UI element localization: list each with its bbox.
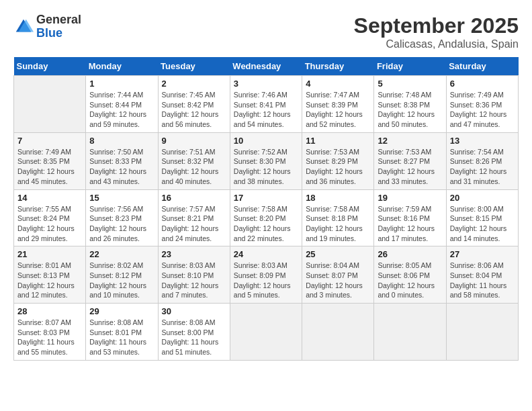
- day-cell: 17Sunrise: 7:58 AM Sunset: 8:20 PM Dayli…: [230, 189, 302, 246]
- day-number: 22: [89, 249, 154, 259]
- day-info: Sunrise: 8:07 AM Sunset: 8:03 PM Dayligh…: [17, 318, 82, 357]
- day-cell: [14, 76, 86, 133]
- day-number: 15: [89, 193, 154, 203]
- day-info: Sunrise: 7:47 AM Sunset: 8:39 PM Dayligh…: [306, 90, 370, 130]
- day-cell: [374, 304, 446, 361]
- day-number: 11: [306, 136, 370, 146]
- day-info: Sunrise: 7:45 AM Sunset: 8:42 PM Dayligh…: [162, 90, 226, 130]
- day-number: 26: [378, 249, 442, 259]
- day-number: 24: [234, 249, 298, 259]
- header-day-sunday: Sunday: [14, 57, 86, 76]
- calendar-body: 1Sunrise: 7:44 AM Sunset: 8:44 PM Daylig…: [14, 76, 519, 361]
- day-info: Sunrise: 7:44 AM Sunset: 8:44 PM Dayligh…: [89, 90, 154, 130]
- day-number: 16: [162, 193, 226, 203]
- day-cell: 23Sunrise: 8:03 AM Sunset: 8:10 PM Dayli…: [158, 246, 230, 304]
- day-cell: 11Sunrise: 7:53 AM Sunset: 8:29 PM Dayli…: [302, 132, 374, 189]
- day-cell: 25Sunrise: 8:04 AM Sunset: 8:07 PM Dayli…: [302, 246, 374, 304]
- day-info: Sunrise: 7:48 AM Sunset: 8:38 PM Dayligh…: [378, 90, 442, 130]
- day-cell: 28Sunrise: 8:07 AM Sunset: 8:03 PM Dayli…: [14, 304, 86, 361]
- day-cell: 2Sunrise: 7:45 AM Sunset: 8:42 PM Daylig…: [158, 76, 230, 133]
- day-cell: 3Sunrise: 7:46 AM Sunset: 8:41 PM Daylig…: [230, 76, 302, 133]
- header-day-thursday: Thursday: [302, 57, 374, 76]
- day-number: 19: [378, 193, 442, 203]
- day-cell: 10Sunrise: 7:52 AM Sunset: 8:30 PM Dayli…: [230, 132, 302, 189]
- day-cell: 4Sunrise: 7:47 AM Sunset: 8:39 PM Daylig…: [302, 76, 374, 133]
- day-cell: 15Sunrise: 7:56 AM Sunset: 8:23 PM Dayli…: [86, 189, 158, 246]
- header-day-wednesday: Wednesday: [230, 57, 302, 76]
- day-info: Sunrise: 8:05 AM Sunset: 8:06 PM Dayligh…: [378, 261, 442, 300]
- day-info: Sunrise: 7:49 AM Sunset: 8:36 PM Dayligh…: [450, 90, 515, 130]
- day-info: Sunrise: 8:00 AM Sunset: 8:15 PM Dayligh…: [450, 204, 515, 244]
- day-cell: 1Sunrise: 7:44 AM Sunset: 8:44 PM Daylig…: [86, 76, 158, 133]
- day-number: 5: [378, 79, 442, 89]
- day-info: Sunrise: 7:54 AM Sunset: 8:26 PM Dayligh…: [450, 147, 515, 187]
- logo-general: General: [36, 13, 81, 27]
- day-cell: 12Sunrise: 7:53 AM Sunset: 8:27 PM Dayli…: [374, 132, 446, 189]
- calendar-table: SundayMondayTuesdayWednesdayThursdayFrid…: [13, 57, 519, 361]
- day-cell: 30Sunrise: 8:08 AM Sunset: 8:00 PM Dayli…: [158, 304, 230, 361]
- day-info: Sunrise: 7:55 AM Sunset: 8:24 PM Dayligh…: [17, 204, 82, 244]
- day-number: 12: [378, 136, 442, 146]
- header-day-saturday: Saturday: [446, 57, 518, 76]
- week-row-5: 28Sunrise: 8:07 AM Sunset: 8:03 PM Dayli…: [14, 304, 519, 361]
- header: General Blue September 2025 Calicasas, A…: [13, 13, 519, 50]
- day-info: Sunrise: 7:53 AM Sunset: 8:29 PM Dayligh…: [306, 147, 370, 187]
- day-number: 10: [234, 136, 298, 146]
- title-area: September 2025 Calicasas, Andalusia, Spa…: [354, 13, 519, 50]
- day-cell: 27Sunrise: 8:06 AM Sunset: 8:04 PM Dayli…: [446, 246, 518, 304]
- logo-text: General Blue: [36, 13, 81, 40]
- day-number: 1: [89, 79, 154, 89]
- day-number: 17: [234, 193, 298, 203]
- day-number: 30: [162, 306, 226, 316]
- day-info: Sunrise: 7:50 AM Sunset: 8:33 PM Dayligh…: [89, 147, 154, 187]
- day-cell: 8Sunrise: 7:50 AM Sunset: 8:33 PM Daylig…: [86, 132, 158, 189]
- day-cell: 7Sunrise: 7:49 AM Sunset: 8:35 PM Daylig…: [14, 132, 86, 189]
- calendar-title: September 2025: [354, 13, 519, 38]
- day-number: 14: [17, 193, 82, 203]
- day-cell: 5Sunrise: 7:48 AM Sunset: 8:38 PM Daylig…: [374, 76, 446, 133]
- day-number: 8: [89, 136, 154, 146]
- day-number: 28: [17, 306, 82, 316]
- day-number: 27: [450, 249, 515, 259]
- day-cell: 20Sunrise: 8:00 AM Sunset: 8:15 PM Dayli…: [446, 189, 518, 246]
- day-cell: 14Sunrise: 7:55 AM Sunset: 8:24 PM Dayli…: [14, 189, 86, 246]
- day-cell: [446, 304, 518, 361]
- day-number: 2: [162, 79, 226, 89]
- day-cell: 22Sunrise: 8:02 AM Sunset: 8:12 PM Dayli…: [86, 246, 158, 304]
- day-cell: [302, 304, 374, 361]
- calendar-subtitle: Calicasas, Andalusia, Spain: [354, 38, 519, 50]
- day-cell: 9Sunrise: 7:51 AM Sunset: 8:32 PM Daylig…: [158, 132, 230, 189]
- day-cell: 21Sunrise: 8:01 AM Sunset: 8:13 PM Dayli…: [14, 246, 86, 304]
- header-row: SundayMondayTuesdayWednesdayThursdayFrid…: [14, 57, 519, 76]
- day-number: 7: [17, 136, 82, 146]
- day-cell: 24Sunrise: 8:03 AM Sunset: 8:09 PM Dayli…: [230, 246, 302, 304]
- logo-icon: [13, 17, 34, 37]
- header-day-friday: Friday: [374, 57, 446, 76]
- day-number: 3: [234, 79, 298, 89]
- day-info: Sunrise: 7:46 AM Sunset: 8:41 PM Dayligh…: [234, 90, 298, 130]
- day-cell: 19Sunrise: 7:59 AM Sunset: 8:16 PM Dayli…: [374, 189, 446, 246]
- day-info: Sunrise: 8:02 AM Sunset: 8:12 PM Dayligh…: [89, 261, 154, 300]
- day-cell: 16Sunrise: 7:57 AM Sunset: 8:21 PM Dayli…: [158, 189, 230, 246]
- day-info: Sunrise: 7:53 AM Sunset: 8:27 PM Dayligh…: [378, 147, 442, 187]
- header-day-tuesday: Tuesday: [158, 57, 230, 76]
- day-number: 23: [162, 249, 226, 259]
- day-number: 25: [306, 249, 370, 259]
- day-number: 13: [450, 136, 515, 146]
- header-day-monday: Monday: [86, 57, 158, 76]
- day-info: Sunrise: 7:52 AM Sunset: 8:30 PM Dayligh…: [234, 147, 298, 187]
- day-number: 21: [17, 249, 82, 259]
- day-number: 9: [162, 136, 226, 146]
- day-info: Sunrise: 7:58 AM Sunset: 8:20 PM Dayligh…: [234, 204, 298, 244]
- day-cell: 13Sunrise: 7:54 AM Sunset: 8:26 PM Dayli…: [446, 132, 518, 189]
- day-info: Sunrise: 8:01 AM Sunset: 8:13 PM Dayligh…: [17, 261, 82, 300]
- day-info: Sunrise: 8:06 AM Sunset: 8:04 PM Dayligh…: [450, 261, 515, 300]
- logo: General Blue: [13, 13, 81, 40]
- week-row-2: 7Sunrise: 7:49 AM Sunset: 8:35 PM Daylig…: [14, 132, 519, 189]
- day-info: Sunrise: 7:51 AM Sunset: 8:32 PM Dayligh…: [162, 147, 226, 187]
- logo-blue: Blue: [36, 27, 81, 40]
- day-info: Sunrise: 8:03 AM Sunset: 8:10 PM Dayligh…: [162, 261, 226, 300]
- calendar-header: SundayMondayTuesdayWednesdayThursdayFrid…: [14, 57, 519, 76]
- day-number: 6: [450, 79, 515, 89]
- day-info: Sunrise: 8:08 AM Sunset: 8:00 PM Dayligh…: [162, 318, 226, 357]
